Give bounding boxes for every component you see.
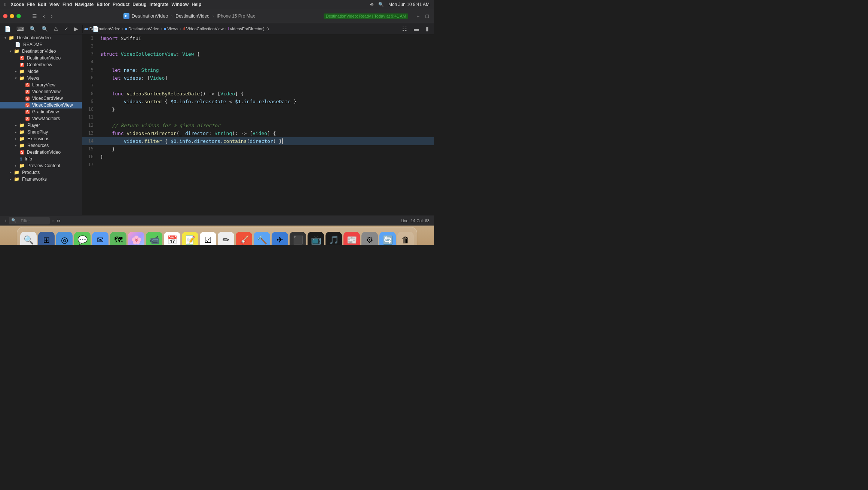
nav-issue-icon[interactable]: ⚠ — [51, 25, 61, 33]
line-content[interactable] — [97, 58, 103, 66]
sidebar-item-destinationvideo[interactable]: ▾📁DestinationVideo — [0, 34, 82, 41]
split-view-button[interactable]: □ — [424, 12, 431, 20]
expand-arrow[interactable]: ▸ — [10, 177, 12, 181]
sidebar-item-readme[interactable]: 📄README — [0, 41, 82, 48]
line-content[interactable] — [97, 82, 103, 90]
menu-product[interactable]: Product — [113, 2, 129, 7]
menu-editor[interactable]: Editor — [97, 2, 110, 7]
sidebar-item-gradientview[interactable]: SGradientView — [0, 108, 82, 115]
expand-arrow[interactable]: ▾ — [10, 49, 12, 53]
sidebar-item-destinationvideo[interactable]: SDestinationVideo — [0, 55, 82, 61]
dock-icon-xcode[interactable]: 🔨 — [254, 232, 270, 245]
line-content[interactable]: // Return videos for a given director — [97, 122, 220, 129]
line-content[interactable] — [97, 42, 103, 50]
menu-file[interactable]: File — [27, 2, 35, 7]
apple-menu[interactable]:  — [4, 2, 6, 7]
device-label[interactable]: iPhone 15 Pro Max — [217, 13, 255, 19]
sidebar-toggle-button[interactable]: ☰ — [30, 12, 39, 20]
dock-icon-calendar[interactable]: 📅 — [164, 232, 180, 245]
sidebar-item-contentview[interactable]: SContentView — [0, 61, 82, 68]
minimize-button[interactable] — [10, 14, 14, 18]
nav-find-icon[interactable]: 🔍 — [39, 25, 50, 33]
dock-icon-realitycomp[interactable]: ⬛ — [290, 232, 306, 245]
sidebar-item-shareplay[interactable]: ▸📁SharePlay — [0, 129, 82, 135]
sidebar-item-extensions[interactable]: ▸📁Extensions — [0, 135, 82, 142]
filter-options-button[interactable]: ⎓ — [52, 218, 55, 223]
sidebar-item-libraryview[interactable]: SLibraryView — [0, 82, 82, 88]
expand-arrow[interactable]: ▸ — [15, 123, 17, 127]
line-content[interactable]: let videos: [Video] — [97, 74, 168, 82]
menu-edit[interactable]: Edit — [38, 2, 46, 7]
sidebar-item-model[interactable]: ▸📁Model — [0, 68, 82, 75]
expand-arrow[interactable]: ▸ — [10, 171, 12, 174]
expand-arrow[interactable]: ▸ — [15, 164, 17, 168]
add-tab-button[interactable]: + — [414, 12, 422, 20]
line-content[interactable]: import SwiftUI — [97, 34, 141, 42]
dock-icon-news[interactable]: 📰 — [343, 232, 360, 245]
breadcrumb-views[interactable]: ■ Views — [164, 27, 178, 31]
menu-xcode[interactable]: Xcode — [10, 2, 24, 7]
dock-icon-sysupdate[interactable]: 🔄 — [379, 232, 396, 245]
add-file-button[interactable]: + — [4, 218, 7, 223]
dock-icon-sysprefs[interactable]: ⚙ — [361, 232, 378, 245]
back-button[interactable]: ‹ — [41, 12, 47, 20]
breadcrumb-project[interactable]: ■ DestinationVideo — [86, 27, 120, 31]
close-button[interactable] — [3, 14, 7, 18]
line-content[interactable] — [97, 161, 103, 169]
expand-arrow[interactable]: ▸ — [15, 144, 17, 147]
filter-input[interactable] — [18, 218, 48, 224]
line-content[interactable]: videos.filter { $0.info.directors.contai… — [97, 137, 283, 145]
nav-test-icon[interactable]: ✓ — [62, 25, 71, 33]
line-content[interactable]: let name: String — [97, 66, 159, 74]
line-content[interactable]: videos.sorted { $0.info.releaseDate < $1… — [97, 98, 296, 105]
dock-icon-testflight[interactable]: ✈ — [272, 232, 288, 245]
sidebar-item-videocollectionview[interactable]: SVideoCollectionView — [0, 102, 82, 108]
line-content[interactable] — [97, 113, 103, 121]
nav-symbol-icon[interactable]: 🔍 — [27, 25, 38, 33]
expand-arrow[interactable]: ▸ — [15, 130, 17, 134]
filter-hierarchy-button[interactable]: ☷ — [57, 218, 61, 223]
line-content[interactable]: } — [97, 105, 115, 113]
maximize-button[interactable] — [16, 14, 21, 18]
sidebar-item-preview-content[interactable]: ▸📁Preview Content — [0, 162, 82, 169]
breadcrumb-file[interactable]: S VideoCollectionView — [183, 27, 224, 31]
editor-split-button[interactable]: ▬ — [412, 25, 421, 33]
dock-icon-instruments[interactable]: 🎸 — [236, 232, 252, 245]
menu-integrate[interactable]: Integrate — [150, 2, 169, 7]
dock-icon-facetime[interactable]: 📹 — [146, 232, 162, 245]
expand-arrow[interactable]: ▾ — [15, 76, 17, 80]
dock-icon-photos[interactable]: 🌸 — [128, 232, 144, 245]
menu-find[interactable]: Find — [62, 2, 72, 7]
dock-icon-safari[interactable]: ◎ — [56, 232, 73, 245]
dock-icon-tv[interactable]: 📺 — [308, 232, 324, 245]
search-icon[interactable]: 🔍 — [378, 2, 384, 7]
line-content[interactable]: } — [97, 145, 115, 153]
dock-icon-maps[interactable]: 🗺 — [110, 232, 126, 245]
sidebar-item-player[interactable]: ▸📁Player — [0, 122, 82, 129]
line-content[interactable]: func videosSortedByReleaseDate() -> [Vid… — [97, 90, 244, 98]
forward-button[interactable]: › — [49, 12, 55, 20]
expand-arrow[interactable]: ▾ — [4, 36, 6, 40]
sidebar-item-resources[interactable]: ▸📁Resources — [0, 142, 82, 149]
dock-icon-freeform[interactable]: ✏ — [218, 232, 234, 245]
sidebar-item-destinationvideo[interactable]: SDestinationVideo — [0, 149, 82, 156]
nav-debug-icon[interactable]: ▶ — [72, 25, 80, 33]
expand-arrow[interactable]: ▸ — [15, 70, 17, 73]
menu-view[interactable]: View — [49, 2, 59, 7]
breadcrumb-symbol[interactable]: f videosForDirector(_:) — [228, 27, 269, 31]
menu-window[interactable]: Window — [171, 2, 189, 7]
dock-icon-messages[interactable]: 💬 — [74, 232, 91, 245]
sidebar-item-frameworks[interactable]: ▸📁Frameworks — [0, 176, 82, 183]
expand-arrow[interactable]: ▸ — [15, 137, 17, 141]
sidebar-item-videoinfoview[interactable]: SVideoInfoView — [0, 88, 82, 95]
menu-navigate[interactable]: Navigate — [75, 2, 94, 7]
line-content[interactable]: func videosForDirector(_ director: Strin… — [97, 129, 276, 137]
line-content[interactable]: } — [97, 153, 103, 161]
code-editor[interactable]: 1import SwiftUI2 3struct VideoCollection… — [82, 34, 434, 215]
breadcrumb-group[interactable]: ■ DestinationVideo — [125, 27, 159, 31]
dock-icon-notes[interactable]: 📝 — [182, 232, 198, 245]
dock-icon-music[interactable]: 🎵 — [326, 232, 342, 245]
dock-icon-launchpad[interactable]: ⊞ — [38, 232, 55, 245]
menu-help[interactable]: Help — [192, 2, 201, 7]
sidebar-item-destinationvideo[interactable]: ▾📁DestinationVideo — [0, 48, 82, 55]
